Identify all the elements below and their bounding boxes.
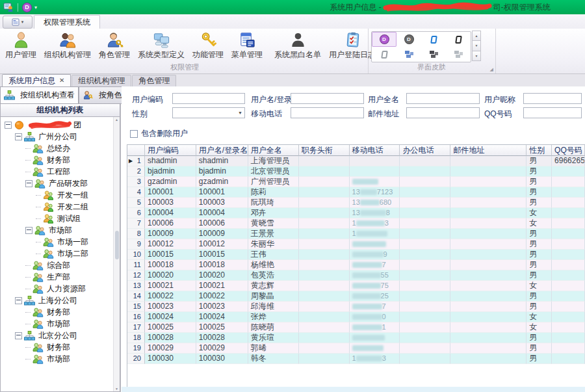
- cell-gender[interactable]: 女: [526, 312, 552, 322]
- cell-user-code[interactable]: 100004: [145, 208, 196, 218]
- col-header-row-indicator[interactable]: [127, 145, 145, 156]
- tree-collapse-icon[interactable]: [25, 180, 32, 187]
- cell-mobile-phone[interactable]: 0: [350, 312, 400, 322]
- gallery-up-icon[interactable]: ▲: [472, 31, 481, 41]
- skin-office-white-icon[interactable]: [372, 47, 396, 62]
- cell-mobile-phone[interactable]: 75: [350, 281, 400, 291]
- cell-user-code[interactable]: 100024: [145, 312, 196, 322]
- tree-node[interactable]: 产品研发部: [1, 177, 120, 189]
- ribbon-button-role[interactable]: 角色管理: [95, 30, 134, 60]
- cell-gender[interactable]: 男: [526, 270, 552, 281]
- col-header-login-name[interactable]: 用户名/登录名: [196, 145, 248, 156]
- cell-office-phone[interactable]: [400, 187, 450, 198]
- cell-user-code[interactable]: 100020: [145, 270, 196, 281]
- row-indicator[interactable]: 13: [127, 281, 145, 291]
- cell-office-phone[interactable]: [400, 208, 450, 218]
- cell-login-name[interactable]: 100025: [196, 322, 248, 333]
- cell-mobile-phone[interactable]: 13: [350, 218, 400, 229]
- doc-tab-2[interactable]: 组织机构管理: [72, 75, 131, 86]
- cell-user-code[interactable]: 100015: [145, 250, 196, 260]
- cell-mobile-phone[interactable]: [350, 343, 400, 354]
- table-row[interactable]: 8100009100009王景景1男: [127, 229, 585, 239]
- cell-mobile-phone[interactable]: 13: [350, 354, 400, 364]
- cell-job-title[interactable]: [299, 156, 350, 166]
- cell-job-title[interactable]: [299, 354, 350, 364]
- cell-gender[interactable]: 女: [526, 281, 552, 291]
- tree-node[interactable]: 人力资源部: [1, 283, 120, 294]
- cell-office-phone[interactable]: [400, 291, 450, 302]
- cell-office-phone[interactable]: [400, 333, 450, 343]
- cell-full-name[interactable]: 黄晓雪: [248, 218, 299, 229]
- chevron-down-icon[interactable]: ▾: [34, 5, 37, 10]
- col-header-mobile-phone[interactable]: 移动电话: [350, 145, 400, 156]
- cell-full-name[interactable]: 王景景: [248, 229, 299, 239]
- cell-gender[interactable]: 女: [526, 218, 552, 229]
- cell-email[interactable]: [450, 333, 526, 343]
- row-indicator[interactable]: 5: [127, 198, 145, 208]
- skin-purple-d-icon[interactable]: D: [372, 32, 396, 47]
- row-indicator[interactable]: 2: [127, 166, 145, 177]
- row-indicator[interactable]: 15: [127, 302, 145, 312]
- tree-node[interactable]: 市场二部: [1, 248, 120, 259]
- cell-user-code[interactable]: shadmin: [145, 156, 196, 166]
- cell-mobile-phone[interactable]: [350, 333, 400, 343]
- cell-login-name[interactable]: 100029: [196, 343, 248, 354]
- cell-qq[interactable]: [552, 354, 585, 364]
- ribbon-button-org[interactable]: 组织机构管理: [40, 30, 95, 60]
- cell-login-name[interactable]: 100004: [196, 208, 248, 218]
- cell-gender[interactable]: 女: [526, 322, 552, 333]
- tree-node[interactable]: 财务部: [1, 154, 120, 166]
- cell-gender[interactable]: 女: [526, 208, 552, 218]
- cell-login-name[interactable]: 100021: [196, 281, 248, 291]
- cell-job-title[interactable]: [299, 281, 350, 291]
- cell-login-name[interactable]: 100003: [196, 198, 248, 208]
- gallery-dropdown-icon[interactable]: ▼: [472, 51, 481, 61]
- cell-login-name[interactable]: shadmin: [196, 156, 248, 166]
- cell-login-name[interactable]: bjadmin: [196, 166, 248, 177]
- table-row[interactable]: ▶1shadminshadmin上海管理员男6966265: [127, 156, 585, 166]
- cell-job-title[interactable]: [299, 322, 350, 333]
- table-row[interactable]: 10100015100015王伟9男: [127, 250, 585, 260]
- cell-job-title[interactable]: [299, 177, 350, 187]
- tree-collapse-icon[interactable]: [15, 332, 22, 339]
- cell-user-code[interactable]: 100029: [145, 343, 196, 354]
- cell-email[interactable]: [450, 187, 526, 198]
- cell-full-name[interactable]: 张烨: [248, 312, 299, 322]
- cell-gender[interactable]: 男: [526, 291, 552, 302]
- table-row[interactable]: 6100004100004邓卉138女: [127, 208, 585, 218]
- cell-email[interactable]: [450, 281, 526, 291]
- cell-gender[interactable]: 男: [526, 302, 552, 312]
- row-indicator[interactable]: 8: [127, 229, 145, 239]
- row-indicator[interactable]: 7: [127, 218, 145, 229]
- gallery-down-icon[interactable]: ▼: [472, 40, 481, 51]
- table-row[interactable]: 2bjadminbjadmin北京管理员男: [127, 166, 585, 177]
- cell-full-name[interactable]: 郭晞: [248, 343, 299, 354]
- cell-job-title[interactable]: [299, 166, 350, 177]
- row-indicator[interactable]: 12: [127, 270, 145, 281]
- cell-full-name[interactable]: 韩冬: [248, 354, 299, 364]
- cell-user-code[interactable]: bjadmin: [145, 166, 196, 177]
- ribbon-button-user[interactable]: 用户管理: [1, 30, 40, 60]
- cell-office-phone[interactable]: [400, 270, 450, 281]
- cell-qq[interactable]: 6966265: [552, 156, 585, 166]
- cell-office-phone[interactable]: [400, 302, 450, 312]
- cell-gender[interactable]: 男: [526, 166, 552, 177]
- cell-email[interactable]: [450, 322, 526, 333]
- skin-menu-icon[interactable]: D: [22, 3, 32, 12]
- tree-collapse-icon[interactable]: [5, 122, 12, 129]
- col-header-email[interactable]: 邮件地址: [450, 145, 526, 156]
- doc-tab-1[interactable]: 系统用户信息✕: [2, 74, 71, 86]
- tree-node[interactable]: 上海分公司: [1, 294, 120, 306]
- cell-job-title[interactable]: [299, 239, 350, 250]
- cell-login-name[interactable]: 100022: [196, 291, 248, 302]
- cell-full-name[interactable]: 包英浩: [248, 270, 299, 281]
- include-deleted-checkbox[interactable]: [130, 130, 138, 138]
- cell-qq[interactable]: [552, 281, 585, 291]
- table-row[interactable]: 9100012100012朱丽华男: [127, 239, 585, 250]
- cell-full-name[interactable]: 朱丽华: [248, 239, 299, 250]
- cell-office-phone[interactable]: [400, 322, 450, 333]
- cell-login-name[interactable]: 100020: [196, 270, 248, 281]
- cell-mobile-phone[interactable]: 13680: [350, 198, 400, 208]
- row-indicator[interactable]: 17: [127, 322, 145, 333]
- cell-job-title[interactable]: [299, 302, 350, 312]
